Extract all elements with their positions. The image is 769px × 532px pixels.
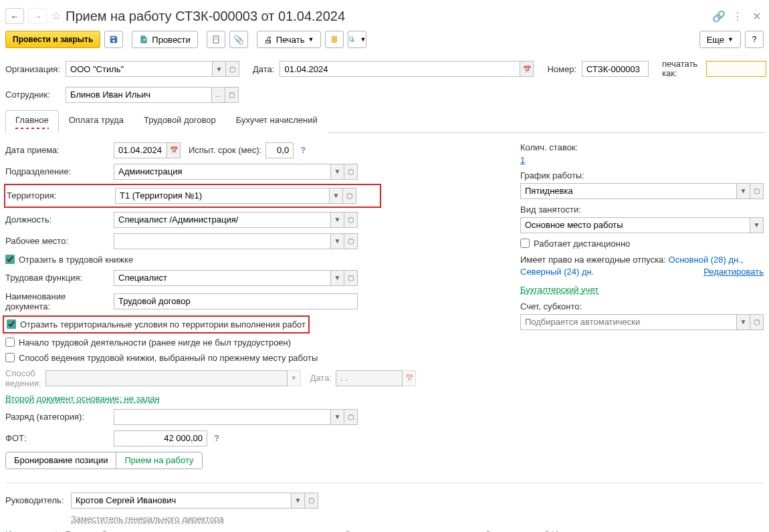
open-button[interactable]: ▢: [344, 409, 358, 425]
second-doc-link[interactable]: Второй документ основание: не задан: [5, 394, 160, 404]
help-button[interactable]: ?: [745, 31, 764, 48]
first-job-checkbox[interactable]: [5, 338, 15, 347]
warning-icon: ⚠: [52, 529, 61, 532]
kebab-icon[interactable]: ⋮: [730, 10, 745, 23]
doc-name-input[interactable]: [114, 293, 358, 309]
chevron-down-icon: ▼: [728, 36, 734, 43]
date-input[interactable]: [280, 61, 520, 77]
open-button[interactable]: ▢: [750, 314, 764, 330]
post-button[interactable]: Провести: [132, 31, 198, 48]
fot-input[interactable]: [114, 430, 207, 446]
manager-position-link[interactable]: Заместитель генерального директора: [71, 514, 224, 524]
remote-label: Работает дистанционно: [534, 239, 630, 249]
favorite-icon[interactable]: ☆: [51, 9, 62, 23]
open-button[interactable]: ▢: [226, 61, 239, 77]
territory-input[interactable]: [115, 188, 330, 204]
stakes-value[interactable]: 1: [520, 155, 525, 165]
calendar-button: 📅: [403, 370, 416, 386]
account-label: Счет, субконто:: [520, 301, 582, 311]
save-button[interactable]: [104, 31, 123, 48]
tab-accounting[interactable]: Бухучет начислений: [226, 110, 328, 133]
toggle-hire[interactable]: Прием на работу: [116, 452, 201, 469]
document-icon: [211, 35, 221, 44]
hire-date-input[interactable]: [114, 142, 167, 158]
toggle-booking[interactable]: Бронирование позиции: [6, 452, 116, 469]
org-input[interactable]: [66, 61, 213, 77]
more-button[interactable]: Еще ▼: [699, 31, 741, 48]
document-button[interactable]: [207, 31, 225, 48]
open-button[interactable]: ▢: [344, 164, 358, 180]
number-input[interactable]: [582, 61, 649, 77]
fot-label: ФОТ:: [5, 433, 110, 443]
nav-forward-button[interactable]: →: [28, 8, 47, 24]
dropdown-button[interactable]: ▼: [330, 188, 343, 204]
svg-rect-3: [332, 36, 337, 42]
dropdown-button[interactable]: ▼: [292, 493, 305, 509]
schedule-input[interactable]: [520, 183, 737, 199]
rank-input[interactable]: [114, 409, 331, 425]
emptype-input[interactable]: [520, 217, 750, 233]
first-job-label: Начало трудовой деятельности (ранее нигд…: [19, 338, 291, 348]
dropdown-button[interactable]: ▼: [331, 164, 344, 180]
dept-input[interactable]: [114, 164, 331, 180]
print-as-input[interactable]: [706, 61, 766, 77]
vacation-main: Основной (28) дн.: [669, 255, 741, 265]
dropdown-button[interactable]: ▼: [331, 212, 344, 228]
reflect-workbook-checkbox[interactable]: [5, 255, 15, 264]
trial-input[interactable]: [265, 142, 294, 158]
floppy-icon: [109, 35, 118, 44]
dropdown-button[interactable]: ▼: [737, 183, 750, 199]
dropdown-button[interactable]: ▼: [331, 409, 344, 425]
edit-vacation-link[interactable]: Редактировать: [703, 266, 764, 278]
workplace-input[interactable]: [114, 233, 331, 249]
calendar-button[interactable]: 📅: [520, 61, 534, 77]
dropdown-button[interactable]: ▼: [331, 233, 344, 249]
open-button[interactable]: ▢: [344, 233, 358, 249]
accounting-link[interactable]: Бухгалтерский учет: [520, 285, 598, 295]
prev-workbook-checkbox[interactable]: [5, 353, 15, 362]
link-icon[interactable]: 🔗: [711, 10, 726, 23]
nav-back-button[interactable]: ←: [5, 8, 24, 24]
print-as-label: печатать как:: [662, 59, 701, 79]
help-hint[interactable]: ?: [211, 433, 222, 443]
manager-input[interactable]: [71, 493, 292, 509]
tab-contract[interactable]: Трудовой договор: [134, 110, 226, 133]
dropdown-button[interactable]: ▼: [737, 314, 750, 330]
prev-workbook-label: Способ ведения трудовой книжки, выбранны…: [19, 353, 318, 363]
remote-checkbox[interactable]: [520, 239, 530, 248]
calendar-button[interactable]: 📅: [167, 142, 181, 158]
open-button[interactable]: ▢: [343, 188, 356, 204]
tab-payment[interactable]: Оплата труда: [59, 110, 134, 133]
create-based-button[interactable]: ▼: [348, 31, 366, 48]
close-icon[interactable]: ✕: [749, 10, 764, 23]
labor-func-input[interactable]: [114, 270, 331, 286]
fix-link[interactable]: Исправить: [5, 529, 48, 532]
date2-label: Дата:: [310, 373, 332, 383]
account-input[interactable]: [520, 314, 737, 330]
open-button[interactable]: ▢: [305, 493, 318, 509]
dropdown-button[interactable]: ▼: [213, 61, 226, 77]
open-button[interactable]: ▢: [344, 270, 358, 286]
open-button[interactable]: ▢: [344, 212, 358, 228]
print-button[interactable]: 🖨 Печать ▼: [257, 31, 322, 48]
dropdown-button[interactable]: ▼: [750, 217, 764, 233]
reflect-territory-label: Отразить территориальные условия по терр…: [20, 319, 306, 329]
document-check-icon: [139, 35, 148, 44]
open-button[interactable]: ▢: [750, 183, 764, 199]
schedule-label: График работы:: [520, 170, 584, 180]
position-input[interactable]: [114, 212, 331, 228]
mode-toggle: Бронирование позиции Прием на работу: [5, 452, 203, 469]
print2-button[interactable]: [325, 31, 344, 48]
reflect-territory-checkbox[interactable]: [7, 319, 16, 329]
clipboard-icon: [330, 35, 339, 44]
post-close-button[interactable]: Провести и закрыть: [5, 31, 100, 48]
employee-input[interactable]: [66, 87, 212, 103]
tab-main[interactable]: Главное: [5, 110, 59, 133]
ellipsis-button[interactable]: …: [212, 87, 225, 103]
open-button[interactable]: ▢: [225, 87, 239, 103]
stakes-label: Колич. ставок:: [520, 142, 578, 152]
trial-label: Испыт. срок (мес):: [189, 145, 261, 155]
attach-button[interactable]: 📎: [229, 31, 248, 48]
dropdown-button[interactable]: ▼: [331, 270, 344, 286]
help-hint[interactable]: ?: [298, 145, 308, 155]
